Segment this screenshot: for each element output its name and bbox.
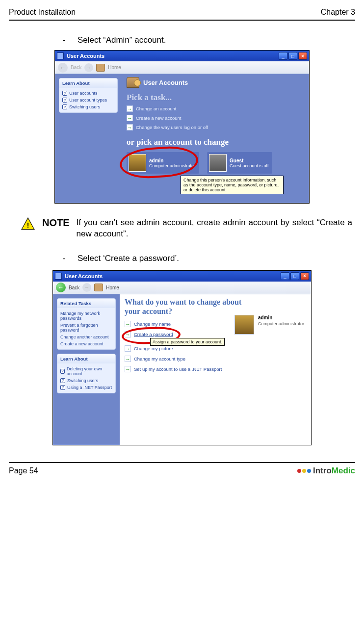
page-number: Page 54 xyxy=(9,466,38,475)
brand-text-green: Medic xyxy=(332,466,355,475)
page-header: Product Installation Chapter 3 xyxy=(9,6,355,21)
screenshot-1: User Accounts _ □ × ← Back → Home Learn … xyxy=(54,50,310,204)
tooltip: Assign a password to your account. xyxy=(150,338,225,346)
window-title: User Accounts xyxy=(67,53,278,59)
arrow-icon: → xyxy=(127,105,133,112)
related-label: Change another account xyxy=(60,335,109,339)
learn-about-card: Learn About ?User accounts ?User account… xyxy=(59,78,118,113)
back-icon[interactable]: ← xyxy=(56,283,66,292)
account-role: Guest account is off xyxy=(230,163,268,168)
maximize-button[interactable]: □ xyxy=(290,272,299,280)
titlebar: User Accounts _ □ × xyxy=(53,271,311,282)
note-text: If you can’t see admin account, create a… xyxy=(77,217,355,240)
brand-text-dark: Intro xyxy=(313,466,332,475)
task-create-password[interactable]: →Create a password xyxy=(125,331,306,337)
related-label: Prevent a forgotten password xyxy=(60,323,112,333)
change-heading: What do you want to change about your ac… xyxy=(125,297,252,316)
learn-about-card: Learn About ?Deleting your own account ?… xyxy=(57,354,116,393)
step-1: - Select “Admin” account. xyxy=(63,35,355,45)
home-icon[interactable] xyxy=(94,284,103,291)
task-label: Set up my account to use a .NET Passport xyxy=(134,366,222,372)
window-title: User Accounts xyxy=(65,273,280,279)
brand-logo: IntroMedic xyxy=(297,466,355,476)
learn-item[interactable]: ?User accounts xyxy=(62,90,114,97)
pick-account-heading: or pick an account to change xyxy=(127,137,304,147)
arrow-icon: → xyxy=(125,366,131,372)
learn-item[interactable]: ?Using a .NET Passport xyxy=(60,384,112,391)
related-tasks-card: Related Tasks Manage my network password… xyxy=(57,298,116,350)
task-label: Change the way users log on or off xyxy=(136,125,208,130)
related-item[interactable]: Manage my network passwords xyxy=(60,310,112,322)
window-icon xyxy=(55,273,62,280)
task-logon[interactable]: →Change the way users log on or off xyxy=(127,124,304,130)
learn-item[interactable]: ?User account types xyxy=(62,97,114,103)
card-title: Learn About xyxy=(57,354,115,363)
close-button[interactable]: × xyxy=(298,52,307,60)
home-icon[interactable] xyxy=(96,64,105,72)
task-passport[interactable]: →Set up my account to use a .NET Passpor… xyxy=(125,366,306,372)
pick-task-heading: Pick a task... xyxy=(127,93,304,103)
logo-mark-icon xyxy=(297,469,311,473)
page-footer: Page 54 IntroMedic xyxy=(9,462,355,476)
close-button[interactable]: × xyxy=(300,272,309,280)
related-item[interactable]: Prevent a forgotten password xyxy=(60,322,112,334)
step-2-text: Select ‘Create a password’. xyxy=(78,254,179,263)
minimize-button[interactable]: _ xyxy=(281,272,289,280)
related-item[interactable]: Change another account xyxy=(60,334,112,340)
arrow-icon: → xyxy=(125,345,131,352)
related-item[interactable]: Create a new account xyxy=(60,340,112,347)
task-label: Change my account type xyxy=(134,356,185,362)
learn-item-label: Switching users xyxy=(69,104,100,109)
learn-item-label: Switching users xyxy=(67,378,98,383)
task-change-picture[interactable]: →Change my picture xyxy=(125,345,306,352)
task-create-account[interactable]: →Create a new account xyxy=(127,115,304,121)
arrow-icon: → xyxy=(127,124,133,130)
help-icon: ? xyxy=(60,378,65,383)
learn-item[interactable]: ?Switching users xyxy=(60,377,112,384)
maximize-button[interactable]: □ xyxy=(288,52,297,60)
account-admin[interactable]: adminComputer administrator xyxy=(127,152,199,174)
related-label: Manage my network passwords xyxy=(60,311,112,321)
account-name: Guest xyxy=(230,158,268,163)
arrow-icon: → xyxy=(125,321,131,327)
learn-item-label: Deleting your own account xyxy=(67,366,112,376)
account-guest[interactable]: GuestGuest account is off xyxy=(207,152,272,174)
main-title: User Accounts xyxy=(143,79,188,86)
header-left: Product Installation xyxy=(9,8,76,17)
avatar xyxy=(129,154,146,172)
account-name: admin xyxy=(258,315,304,320)
main-area: User Accounts Pick a task... →Change an … xyxy=(122,74,309,203)
related-label: Create a new account xyxy=(60,341,104,346)
account-name: admin xyxy=(149,158,195,163)
users-icon xyxy=(127,77,139,88)
header-right: Chapter 3 xyxy=(321,8,355,17)
side-panel: Learn About ?User accounts ?User account… xyxy=(55,74,122,203)
titlebar: User Accounts _ □ × xyxy=(55,51,309,61)
help-icon: ? xyxy=(62,91,67,96)
back-label: Back xyxy=(69,285,79,290)
window-icon xyxy=(57,52,64,59)
task-change-account[interactable]: →Change an account xyxy=(127,105,304,112)
task-label: Change my name xyxy=(134,321,171,327)
task-label: Create a password xyxy=(134,332,173,337)
main-area: What do you want to change about your ac… xyxy=(120,294,311,445)
minimize-button[interactable]: _ xyxy=(279,52,287,60)
learn-item-label: User accounts xyxy=(69,91,98,96)
note-label: NOTE xyxy=(42,217,70,229)
help-icon: ? xyxy=(62,98,67,103)
task-change-type[interactable]: →Change my account type xyxy=(125,356,306,362)
forward-icon[interactable]: → xyxy=(82,283,91,292)
forward-icon[interactable]: → xyxy=(84,63,93,72)
task-label: Change my picture xyxy=(134,346,173,351)
task-label: Change an account xyxy=(136,106,176,111)
accounts-row: adminComputer administrator GuestGuest a… xyxy=(127,152,304,174)
back-label: Back xyxy=(71,65,81,70)
arrow-icon: → xyxy=(125,356,131,362)
tooltip: Change this person's account information… xyxy=(181,176,284,194)
card-title: Related Tasks xyxy=(57,299,115,308)
learn-item[interactable]: ?Switching users xyxy=(62,103,114,110)
home-label: Home xyxy=(108,65,121,70)
back-icon[interactable]: ← xyxy=(58,63,68,73)
learn-item-label: User account types xyxy=(69,98,107,103)
learn-item[interactable]: ?Deleting your own account xyxy=(60,365,112,377)
